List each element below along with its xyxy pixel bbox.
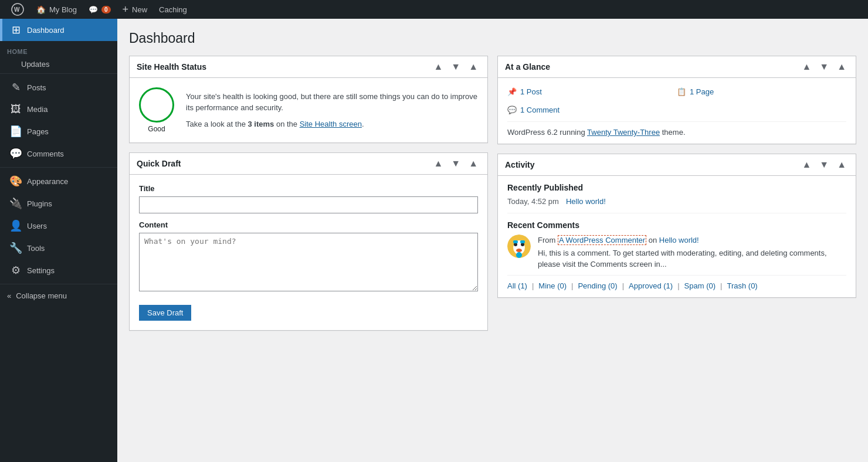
appearance-icon: 🎨: [9, 175, 22, 188]
at-a-glance-down-btn[interactable]: ▼: [817, 61, 831, 73]
title-input[interactable]: [139, 196, 478, 213]
title-field-label: Title: [139, 184, 478, 193]
health-desc-text: Your site's health is looking good, but …: [186, 91, 478, 114]
sidebar-item-media-label: Media: [27, 105, 48, 114]
comments-trash-link[interactable]: Trash (0): [727, 281, 757, 290]
sidebar-item-settings[interactable]: ⚙ Settings: [0, 259, 117, 281]
comments-spam-link[interactable]: Spam (0): [684, 281, 716, 290]
settings-icon: ⚙: [9, 264, 22, 277]
activity-body: Recently Published Today, 4:52 pm Hello …: [498, 176, 856, 297]
pages-icon: 📄: [9, 125, 22, 138]
comment-filter-links: All (1) | Mine (0) | Pending (0) | Appro…: [507, 275, 846, 290]
sidebar-item-users[interactable]: 👤 Users: [0, 215, 117, 237]
comment-count-label: 1 Comment: [520, 106, 560, 114]
quick-draft-title: Quick Draft: [137, 159, 181, 168]
activity-close-btn[interactable]: ▲: [835, 159, 849, 171]
activity-up-btn[interactable]: ▲: [799, 159, 813, 171]
at-a-glance-title: At a Glance: [505, 62, 550, 72]
site-health-collapse-up-btn[interactable]: ▲: [431, 61, 445, 73]
admin-sidebar: ⊞ Dashboard Home Updates ✎ Posts 🖼 Media…: [0, 19, 117, 462]
page-count-link[interactable]: 📋 1 Page: [677, 87, 846, 96]
comments-all-link[interactable]: All (1): [507, 281, 527, 290]
site-health-header: Site Health Status ▲ ▼ ▲: [130, 56, 487, 78]
save-draft-button[interactable]: Save Draft: [139, 305, 191, 321]
comments-link[interactable]: 💬 0: [83, 0, 117, 19]
content-field-label: Content: [139, 220, 478, 229]
svg-point-9: [516, 252, 522, 258]
comments-pending-link[interactable]: Pending (0): [578, 281, 617, 290]
comments-icon: 💬: [89, 5, 98, 14]
comment-icon: 💬: [507, 106, 517, 114]
sidebar-item-media[interactable]: 🖼 Media: [0, 98, 117, 120]
activity-widget: Activity ▲ ▼ ▲ Recently Published Today,…: [497, 154, 856, 298]
comments-badge: 0: [101, 6, 111, 13]
comments-mine-link[interactable]: Mine (0): [538, 281, 567, 290]
comment-excerpt: Hi, this is a comment. To get started wi…: [538, 247, 846, 270]
collapse-menu-label: Collapse menu: [16, 291, 67, 300]
at-a-glance-close-btn[interactable]: ▲: [835, 61, 849, 73]
comment-count-stat: 💬 1 Comment: [507, 106, 846, 114]
new-label: New: [132, 5, 147, 14]
sidebar-updates[interactable]: Updates: [0, 57, 117, 71]
left-column: Site Health Status ▲ ▼ ▲ Good: [129, 56, 488, 331]
quick-draft-collapse-down-btn[interactable]: ▼: [449, 158, 463, 169]
activity-down-btn[interactable]: ▼: [817, 159, 831, 171]
site-health-title: Site Health Status: [137, 62, 206, 72]
new-content-link[interactable]: + New: [117, 0, 154, 19]
users-icon: 👤: [9, 219, 22, 232]
quick-draft-close-btn[interactable]: ▲: [466, 158, 480, 169]
site-name: My Blog: [49, 5, 77, 14]
caching-link[interactable]: Caching: [153, 0, 193, 19]
wp-info-suffix: theme.: [660, 128, 685, 137]
published-post-link[interactable]: Hello world!: [566, 197, 606, 206]
site-health-collapse-down-btn[interactable]: ▼: [449, 61, 463, 73]
comment-count-link[interactable]: 💬 1 Comment: [507, 106, 560, 114]
quick-draft-collapse-up-btn[interactable]: ▲: [431, 158, 445, 169]
post-icon: 📌: [507, 87, 517, 96]
sidebar-item-pages[interactable]: 📄 Pages: [0, 120, 117, 142]
post-count-link[interactable]: 📌 1 Post: [507, 87, 677, 96]
sidebar-item-comments[interactable]: 💬 Comments: [0, 142, 117, 165]
wp-logo-link[interactable]: W: [5, 0, 30, 19]
sidebar-item-tools[interactable]: 🔧 Tools: [0, 237, 117, 259]
activity-controls: ▲ ▼ ▲: [799, 159, 849, 171]
sidebar-divider-2: [0, 167, 117, 168]
at-a-glance-body: 📌 1 Post 📋 1 Page: [498, 78, 856, 144]
app-layout: ⊞ Dashboard Home Updates ✎ Posts 🖼 Media…: [0, 19, 868, 462]
right-column: At a Glance ▲ ▼ ▲ 📌 1 Post: [497, 56, 856, 298]
health-cta-bold: 3 items: [248, 120, 274, 128]
sidebar-item-plugins-label: Plugins: [27, 199, 52, 208]
sidebar-item-settings-label: Settings: [27, 266, 55, 275]
commenter-avatar: [507, 235, 531, 258]
theme-link[interactable]: Twenty Twenty-Three: [587, 128, 660, 137]
commenter-name-link[interactable]: A WordPress Commenter: [558, 235, 646, 245]
sidebar-divider-1: [0, 73, 117, 74]
at-a-glance-stats: 📌 1 Post 📋 1 Page: [507, 85, 846, 98]
site-health-screen-link[interactable]: Site Health screen: [300, 120, 362, 128]
content-textarea[interactable]: [139, 233, 478, 291]
sidebar-item-plugins[interactable]: 🔌 Plugins: [0, 192, 117, 215]
site-health-widget: Site Health Status ▲ ▼ ▲ Good: [129, 56, 488, 143]
health-status-label: Good: [148, 125, 165, 133]
sidebar-item-posts-label: Posts: [27, 83, 46, 92]
comments-nav-icon: 💬: [9, 147, 22, 160]
site-name-link[interactable]: 🏠 My Blog: [30, 0, 83, 19]
dashboard-icon: ⊞: [9, 23, 22, 36]
health-indicator: Good: [139, 87, 174, 133]
site-health-close-btn[interactable]: ▲: [466, 61, 480, 73]
sidebar-item-pages-label: Pages: [27, 127, 49, 136]
health-cta-post: .: [362, 120, 364, 128]
health-cta: Take a look at the 3 items on the Site H…: [186, 118, 478, 130]
recently-published-title: Recently Published: [507, 183, 846, 192]
sidebar-item-dashboard[interactable]: ⊞ Dashboard: [0, 19, 117, 41]
comments-approved-link[interactable]: Approved (1): [629, 281, 673, 290]
sidebar-item-appearance[interactable]: 🎨 Appearance: [0, 170, 117, 192]
collapse-menu-button[interactable]: « Collapse menu: [0, 287, 117, 305]
comment-post-link[interactable]: Hello world!: [659, 236, 699, 244]
recent-comments-title: Recent Comments: [507, 220, 846, 230]
sidebar-divider-3: [0, 284, 117, 284]
activity-title: Activity: [505, 160, 535, 169]
sidebar-item-posts[interactable]: ✎ Posts: [0, 76, 117, 98]
health-circle: [139, 87, 174, 123]
at-a-glance-up-btn[interactable]: ▲: [799, 61, 813, 73]
